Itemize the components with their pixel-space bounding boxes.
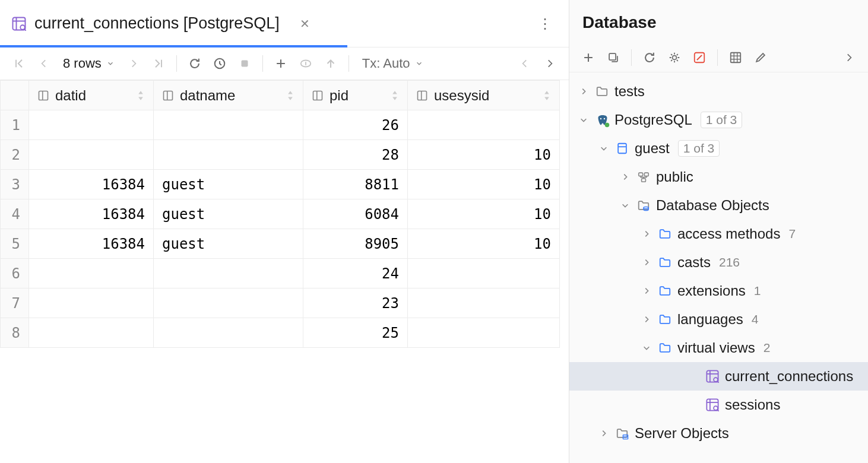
tree-item-languages[interactable]: languages4 xyxy=(569,305,868,334)
row-number[interactable]: 6 xyxy=(1,259,29,288)
cell-datname[interactable] xyxy=(154,259,303,288)
duplicate-button[interactable] xyxy=(603,47,624,68)
database-tree[interactable]: testsPostgreSQL1 of 3guest1 of 3publicDa… xyxy=(569,72,868,463)
column-header-datname[interactable]: datname xyxy=(154,81,303,110)
cell-datid[interactable]: 16384 xyxy=(29,170,154,199)
table-row[interactable]: 516384guest890510 xyxy=(1,229,560,259)
row-number[interactable]: 5 xyxy=(1,229,29,259)
last-page-button[interactable] xyxy=(148,53,169,74)
tree-toggle-icon[interactable] xyxy=(641,313,652,325)
tree-item-tests[interactable]: tests xyxy=(569,77,868,106)
row-count-selector[interactable]: 8 rows xyxy=(58,56,119,71)
tree-toggle-icon[interactable] xyxy=(578,85,590,97)
tree-toggle-icon[interactable] xyxy=(688,399,700,411)
panel-expand-button[interactable] xyxy=(838,47,860,68)
tree-item-casts[interactable]: casts216 xyxy=(569,248,868,277)
next-page-button[interactable] xyxy=(123,53,144,74)
refresh-button[interactable] xyxy=(184,53,205,74)
cell-datid[interactable]: 16384 xyxy=(29,199,154,229)
disconnect-button[interactable] xyxy=(689,47,710,68)
cell-pid[interactable]: 26 xyxy=(303,110,408,140)
cell-pid[interactable]: 24 xyxy=(303,259,408,288)
column-header-usesysid[interactable]: usesysid xyxy=(408,81,560,110)
tx-mode-selector[interactable]: Tx: Auto xyxy=(356,56,429,71)
tree-toggle-icon[interactable] xyxy=(641,285,652,297)
cell-usesysid[interactable]: 10 xyxy=(408,140,560,170)
table-row[interactable]: 126 xyxy=(1,110,560,140)
cell-usesysid[interactable]: 10 xyxy=(408,229,560,259)
cell-usesysid[interactable]: 10 xyxy=(408,170,560,199)
cell-datname[interactable] xyxy=(154,140,303,170)
row-number[interactable]: 8 xyxy=(1,318,29,348)
edit-button[interactable] xyxy=(750,47,771,68)
cell-usesysid[interactable] xyxy=(408,288,560,318)
tree-toggle-icon[interactable] xyxy=(641,256,652,268)
tree-item-database-objects[interactable]: Database Objects xyxy=(569,191,868,220)
auto-refresh-button[interactable] xyxy=(209,53,230,74)
tree-item-virtual-views[interactable]: virtual views2 xyxy=(569,334,868,362)
first-page-button[interactable] xyxy=(8,53,30,74)
tree-toggle-icon[interactable] xyxy=(619,199,631,211)
grid-corner[interactable] xyxy=(1,81,29,110)
cell-datid[interactable] xyxy=(29,259,154,288)
cell-datid[interactable]: 16384 xyxy=(29,229,154,259)
row-number[interactable]: 4 xyxy=(1,199,29,229)
cell-pid[interactable]: 23 xyxy=(303,288,408,318)
column-header-pid[interactable]: pid xyxy=(303,81,408,110)
cell-datname[interactable]: guest xyxy=(154,199,303,229)
tree-item-guest[interactable]: guest1 of 3 xyxy=(569,134,868,163)
prev-page-button[interactable] xyxy=(33,53,55,74)
row-number[interactable]: 1 xyxy=(1,110,29,140)
table-row[interactable]: 624 xyxy=(1,259,560,288)
cell-pid[interactable]: 28 xyxy=(303,140,408,170)
table-row[interactable]: 416384guest608410 xyxy=(1,199,560,229)
cell-datname[interactable]: guest xyxy=(154,229,303,259)
submit-button[interactable] xyxy=(320,53,341,74)
table-view-button[interactable] xyxy=(725,47,746,68)
stop-button[interactable] xyxy=(234,53,255,74)
cell-datname[interactable] xyxy=(154,110,303,140)
tree-item-public[interactable]: public xyxy=(569,163,868,191)
add-datasource-button[interactable] xyxy=(578,47,599,68)
data-grid[interactable]: datiddatnamepidusesysid 12622810316384gu… xyxy=(0,80,569,463)
tree-item-postgresql[interactable]: PostgreSQL1 of 3 xyxy=(569,106,868,134)
nav-forward-button[interactable] xyxy=(539,53,560,74)
tree-toggle-icon[interactable] xyxy=(598,142,610,154)
table-row[interactable]: 22810 xyxy=(1,140,560,170)
tree-toggle-icon[interactable] xyxy=(641,342,652,354)
cell-usesysid[interactable] xyxy=(408,318,560,348)
cell-datid[interactable] xyxy=(29,318,154,348)
cell-pid[interactable]: 8811 xyxy=(303,170,408,199)
cell-datname[interactable] xyxy=(154,318,303,348)
column-header-datid[interactable]: datid xyxy=(29,81,154,110)
nav-back-button[interactable] xyxy=(514,53,536,74)
tab-current-connections[interactable]: current_connections [PostgreSQL] ✕ xyxy=(12,14,310,33)
cell-pid[interactable]: 25 xyxy=(303,318,408,348)
refresh-tree-button[interactable] xyxy=(639,47,660,68)
tree-item-server-objects[interactable]: Server Objects xyxy=(569,419,868,448)
tab-close-button[interactable]: ✕ xyxy=(300,17,310,31)
row-number[interactable]: 2 xyxy=(1,140,29,170)
cell-usesysid[interactable] xyxy=(408,110,560,140)
cell-pid[interactable]: 6084 xyxy=(303,199,408,229)
tree-item-extensions[interactable]: extensions1 xyxy=(569,277,868,305)
tree-item-access-methods[interactable]: access methods7 xyxy=(569,220,868,248)
row-number[interactable]: 3 xyxy=(1,170,29,199)
cell-pid[interactable]: 8905 xyxy=(303,229,408,259)
tree-toggle-icon[interactable] xyxy=(578,114,590,126)
tree-item-current_connections[interactable]: current_connections xyxy=(569,362,868,391)
cell-datid[interactable] xyxy=(29,288,154,318)
revert-button[interactable] xyxy=(295,53,316,74)
cell-datid[interactable] xyxy=(29,110,154,140)
datasource-properties-button[interactable] xyxy=(664,47,685,68)
table-row[interactable]: 825 xyxy=(1,318,560,348)
row-number[interactable]: 7 xyxy=(1,288,29,318)
cell-usesysid[interactable]: 10 xyxy=(408,199,560,229)
cell-datname[interactable] xyxy=(154,288,303,318)
tree-toggle-icon[interactable] xyxy=(598,427,610,439)
cell-usesysid[interactable] xyxy=(408,259,560,288)
tree-toggle-icon[interactable] xyxy=(688,370,700,382)
cell-datname[interactable]: guest xyxy=(154,170,303,199)
cell-datid[interactable] xyxy=(29,140,154,170)
tree-toggle-icon[interactable] xyxy=(641,228,652,240)
